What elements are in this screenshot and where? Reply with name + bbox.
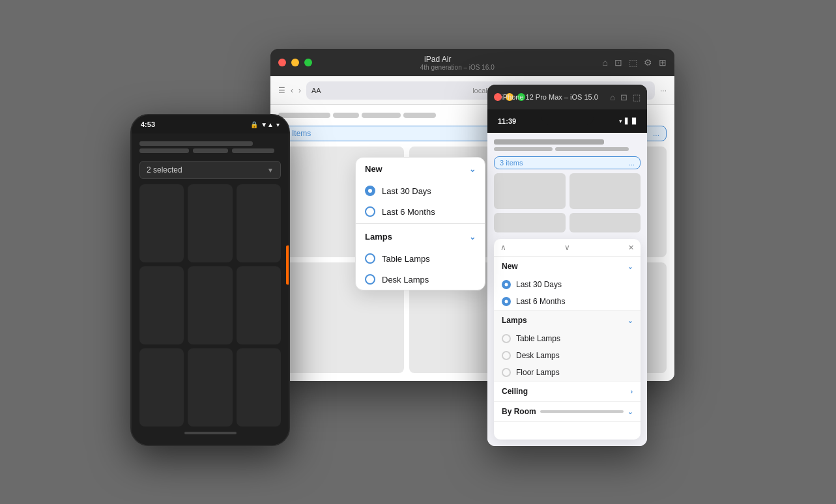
popup-byroom-section: By Room ⌄ <box>494 402 641 422</box>
iphone-window: iPhone 12 Pro Max – iOS 15.0 ⌂ ⊡ ⬚ 11:39… <box>487 85 647 446</box>
breadcrumb-item-1 <box>278 113 330 118</box>
popup-up-arrow[interactable]: ∧ <box>500 243 506 252</box>
iphone-save-icon[interactable]: ⬚ <box>633 92 641 102</box>
byroom-line <box>540 410 624 413</box>
iphone-popup-nav: ∧ ∨ ✕ <box>494 239 641 257</box>
iphone-grid-item[interactable] <box>569 213 641 232</box>
android-selected-label: 2 selected <box>147 165 182 175</box>
iphone-main-content: 3 items ... ∧ ∨ ✕ New <box>487 133 647 446</box>
iphone-last-6-radio[interactable] <box>502 297 511 306</box>
table-lamps-label: Table Lamps <box>382 254 430 264</box>
iphone-device: 11:39 ▾ ▋ ▉ 3 items ... <box>487 109 647 446</box>
android-time: 4:53 <box>141 120 155 128</box>
last-30-days-radio[interactable] <box>365 186 375 196</box>
iphone-home-icon[interactable]: ⌂ <box>610 92 615 102</box>
lamps-chevron-icon: ⌄ <box>469 232 476 242</box>
desk-lamps-radio[interactable] <box>365 274 375 285</box>
iphone-wifi-icon: ▾ <box>619 118 622 124</box>
last-6-months-radio[interactable] <box>365 206 375 217</box>
iphone-last-30-label: Last 30 Days <box>516 280 562 289</box>
iphone-filter-bar[interactable]: 3 items ... <box>494 156 641 169</box>
android-status-icons: 🔒 ▼▲ ▾ <box>250 121 280 128</box>
iphone-grid-item[interactable] <box>569 173 641 209</box>
iphone-notch <box>541 109 594 125</box>
table-lamps-radio[interactable] <box>365 253 375 264</box>
breadcrumb-item-4 <box>403 113 436 118</box>
android-home-bar <box>184 432 237 434</box>
iphone-toolbar: ⌂ ⊡ ⬚ <box>610 92 641 102</box>
select-arrow-icon: ▼ <box>267 167 274 174</box>
table-lamps-item[interactable]: Table Lamps <box>356 248 485 269</box>
more-button[interactable]: ··· <box>660 86 667 95</box>
popup-ceiling-section: Ceiling › <box>494 382 641 402</box>
android-grid-item[interactable] <box>237 266 281 344</box>
iphone-grid-item[interactable] <box>494 173 566 209</box>
android-phone: 4:53 🔒 ▼▲ ▾ 2 selected ▼ <box>130 114 290 446</box>
iphone-window-title: iPhone 12 Pro Max – iOS 15.0 <box>493 93 606 101</box>
iphone-grid-item[interactable] <box>494 213 566 232</box>
last-6-months-label: Last 6 Months <box>382 207 435 217</box>
popup-down-arrow[interactable]: ∨ <box>564 243 570 252</box>
iphone-header <box>494 139 641 151</box>
lock-icon: 🔒 <box>250 121 258 128</box>
aa-label: AA <box>311 87 321 94</box>
popup-new-section: New ⌄ Last 30 Days Last 6 Months <box>494 257 641 311</box>
ipad-toolbar: ⌂ ⊡ ⬚ ⚙ ⊞ <box>603 57 667 68</box>
android-grid-item[interactable] <box>139 266 184 344</box>
iphone-floor-lamps-item[interactable]: Floor Lamps <box>494 364 641 381</box>
byroom-row[interactable]: By Room ⌄ <box>494 402 641 421</box>
iphone-table-lamps-radio[interactable] <box>502 334 511 343</box>
lamps-section-header[interactable]: Lamps ⌄ <box>494 311 641 330</box>
signal-icon: ▼▲ <box>261 121 274 128</box>
iphone-desk-lamps-item[interactable]: Desk Lamps <box>494 347 641 364</box>
filter-dots[interactable]: ... <box>653 129 659 138</box>
lamps-label: Lamps <box>502 316 527 325</box>
iphone-filter-dots[interactable]: ... <box>629 159 635 167</box>
new-chevron-icon: ⌄ <box>627 263 633 270</box>
android-grid-item[interactable] <box>188 348 232 427</box>
android-title-bars <box>139 141 281 153</box>
android-grid-item[interactable] <box>237 348 281 427</box>
android-select[interactable]: 2 selected ▼ <box>139 161 281 179</box>
lamps-section-header[interactable]: Lamps ⌄ <box>356 225 485 248</box>
new-section-header[interactable]: New ⌄ <box>356 158 485 180</box>
grid-icon[interactable]: ⊞ <box>659 57 667 68</box>
ceiling-row[interactable]: Ceiling › <box>494 382 641 401</box>
last-30-days-item[interactable]: Last 30 Days <box>356 180 485 201</box>
home-icon[interactable]: ⌂ <box>603 57 608 68</box>
new-label: New <box>502 262 518 271</box>
iphone-filter-popup: ∧ ∨ ✕ New ⌄ Last 30 Days <box>494 239 641 440</box>
sidebar-toggle[interactable]: ☰ <box>278 86 285 95</box>
android-content: 2 selected ▼ <box>132 133 289 445</box>
ipad-window-subtitle: 4th generation – iOS 16.0 <box>317 64 598 71</box>
android-grid-item[interactable] <box>237 184 281 262</box>
iphone-filter-count: 3 items <box>500 159 523 167</box>
iphone-table-lamps-item[interactable]: Table Lamps <box>494 330 641 347</box>
android-grid-item[interactable] <box>188 184 232 262</box>
desk-lamps-item[interactable]: Desk Lamps <box>356 269 485 290</box>
iphone-last-30-item[interactable]: Last 30 Days <box>494 276 641 293</box>
iphone-photo-icon[interactable]: ⊡ <box>620 92 627 102</box>
volume-button[interactable] <box>286 245 289 285</box>
iphone-last-30-radio[interactable] <box>502 280 511 289</box>
iphone-mini-grid <box>494 173 641 232</box>
iphone-floor-lamps-radio[interactable] <box>502 368 511 377</box>
lamps-section-label: Lamps <box>365 232 392 242</box>
android-grid-item[interactable] <box>188 266 232 344</box>
last-30-days-label: Last 30 Days <box>382 186 431 196</box>
forward-button[interactable]: › <box>298 86 301 95</box>
save-icon[interactable]: ⬚ <box>629 57 637 68</box>
settings-icon[interactable]: ⚙ <box>644 57 652 68</box>
iphone-last-6-item[interactable]: Last 6 Months <box>494 293 641 310</box>
back-button[interactable]: ‹ <box>291 86 293 95</box>
screenshot-icon[interactable]: ⊡ <box>614 57 622 68</box>
iphone-desk-lamps-radio[interactable] <box>502 351 511 360</box>
new-section-header[interactable]: New ⌄ <box>494 257 641 276</box>
title-bar-4 <box>232 148 274 153</box>
android-grid-item[interactable] <box>139 348 184 427</box>
popup-close-icon[interactable]: ✕ <box>628 244 634 252</box>
android-grid-item[interactable] <box>139 184 184 262</box>
ipad-window-title: iPad Air <box>278 55 598 64</box>
iphone-time: 11:39 <box>498 117 516 125</box>
last-6-months-item[interactable]: Last 6 Months <box>356 201 485 222</box>
